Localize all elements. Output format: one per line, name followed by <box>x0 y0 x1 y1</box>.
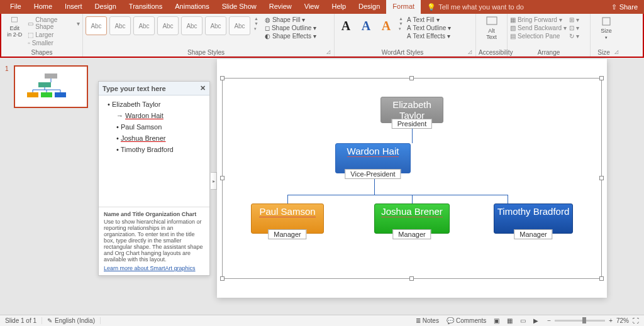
group-button[interactable]: ⊡▾ <box>569 24 579 31</box>
smaller-button[interactable]: ▫Smaller <box>28 40 80 46</box>
share-label: Share <box>619 3 638 11</box>
view-normal-button[interactable]: ▣ <box>490 317 503 324</box>
shape-style-5[interactable]: Abc <box>181 16 203 35</box>
group-label-arrange: Arrange <box>510 49 587 57</box>
chevron-down-icon: ▾ <box>77 20 80 27</box>
learn-more-link[interactable]: Learn more about SmartArt graphics <box>104 265 204 271</box>
slide-canvas[interactable]: Type your text here ✕ Elizabeth TaylorWa… <box>94 59 644 315</box>
gallery-up-icon[interactable]: ▲ <box>399 16 403 21</box>
text-pane-item[interactable]: Wardon Hait <box>116 112 204 119</box>
tab-format[interactable]: Format <box>386 0 421 14</box>
edit-2d-button[interactable]: Edit in 2-D <box>4 16 25 38</box>
align-button[interactable]: ⊞▾ <box>569 16 579 23</box>
size-launcher[interactable]: ◿ <box>614 49 619 57</box>
view-reading-icon: ▭ <box>520 317 526 324</box>
status-slide-count[interactable]: Slide 1 of 1 <box>0 317 42 324</box>
tab-animations[interactable]: Animations <box>169 0 215 14</box>
effects-icon: ◐ <box>265 33 270 40</box>
shape-styles-launcher[interactable]: ◿ <box>326 49 331 57</box>
gallery-up-icon[interactable]: ▲ <box>254 16 258 21</box>
text-pane-list[interactable]: Elizabeth TaylorWardon HaitPaul SamsonJo… <box>99 95 209 207</box>
chevron-down-icon: ▾ <box>447 33 450 40</box>
fill-icon: ◍ <box>265 16 270 23</box>
view-reading-button[interactable]: ▭ <box>516 317 530 324</box>
selection-pane-icon: ▤ <box>510 33 516 40</box>
wordart-style-3[interactable]: A <box>377 16 395 35</box>
tab-view[interactable]: View <box>298 0 326 14</box>
shape-style-7[interactable]: Abc <box>229 16 250 35</box>
org-title-president: President <box>392 119 432 129</box>
shape-style-2[interactable]: Abc <box>109 16 131 35</box>
bring-forward-icon: ▦ <box>510 16 516 23</box>
text-pane-item[interactable]: Timothy Bradford <box>116 146 204 153</box>
gallery-down-icon[interactable]: ▼ <box>254 21 258 26</box>
wordart-launcher[interactable]: ◿ <box>468 49 473 57</box>
gallery-more-icon[interactable]: ▾ <box>399 26 403 31</box>
shape-style-3[interactable]: Abc <box>133 16 155 35</box>
size-button[interactable]: Size ▾ <box>595 16 618 40</box>
gallery-more-icon[interactable]: ▾ <box>254 26 258 31</box>
smartart-text-pane: Type your text here ✕ Elizabeth TaylorWa… <box>98 81 210 276</box>
slide-thumbnail-1[interactable] <box>14 65 88 108</box>
zoom-out-button[interactable]: − <box>547 317 551 324</box>
text-pane-item[interactable]: Joshua Brener <box>116 134 204 142</box>
view-sorter-button[interactable]: ▦ <box>503 317 516 324</box>
shape-style-6[interactable]: Abc <box>205 16 226 35</box>
shape-fill-button[interactable]: ◍Shape Fill ▾ <box>265 16 316 23</box>
wordart-style-1[interactable]: A <box>337 16 355 35</box>
status-language[interactable]: ✎ English (India) <box>42 317 101 324</box>
chevron-down-icon: ▾ <box>313 24 316 31</box>
shape-style-1[interactable]: Abc <box>86 16 107 35</box>
view-slideshow-button[interactable]: ▶ <box>530 317 542 324</box>
tab-design[interactable]: Design <box>89 0 123 14</box>
change-shape-button[interactable]: ▭Change Shape ▾ <box>28 16 80 30</box>
shape-outline-button[interactable]: ◻Shape Outline ▾ <box>265 24 316 31</box>
text-pane-item[interactable]: Paul Samson <box>116 123 204 131</box>
org-node-m3[interactable]: Timothy Bradford Manager <box>494 204 573 234</box>
share-button[interactable]: ⇧ Share <box>605 0 644 14</box>
comments-button[interactable]: 💬Comments <box>443 317 490 324</box>
tab-help[interactable]: Help <box>325 0 352 14</box>
close-icon[interactable]: ✕ <box>200 84 206 92</box>
text-fill-button[interactable]: AText Fill ▾ <box>407 16 451 23</box>
bring-forward-button[interactable]: ▦Bring Forward ▾ <box>510 16 567 23</box>
tab-insert[interactable]: Insert <box>58 0 89 14</box>
text-outline-button[interactable]: AText Outline ▾ <box>407 24 451 31</box>
tell-me-search[interactable]: 💡 Tell me what you want to do <box>421 0 530 14</box>
rotate-button[interactable]: ↻▾ <box>569 33 579 40</box>
text-pane-toggle[interactable]: ▸ <box>211 172 217 190</box>
shape-effects-button[interactable]: ◐Shape Effects ▾ <box>265 33 316 40</box>
notes-button[interactable]: ≣Notes <box>412 317 443 324</box>
group-icon: ⊡ <box>569 24 574 31</box>
zoom-slider[interactable] <box>555 320 605 322</box>
wordart-style-2[interactable]: A <box>357 16 375 35</box>
tab-review[interactable]: Review <box>263 0 298 14</box>
tab-slideshow[interactable]: Slide Show <box>216 0 263 14</box>
chevron-down-icon: ▾ <box>302 16 305 23</box>
org-node-president[interactable]: Elizabeth Taylor President <box>380 97 443 123</box>
tab-smartart-design[interactable]: Design <box>352 0 386 14</box>
tab-transitions[interactable]: Transitions <box>123 0 169 14</box>
text-effects-button[interactable]: AText Effects ▾ <box>407 33 451 40</box>
slide-1[interactable]: Elizabeth Taylor President Wardon Hait V… <box>217 59 607 298</box>
org-node-m2[interactable]: Joshua Brener Manager <box>374 204 450 234</box>
gallery-down-icon[interactable]: ▼ <box>399 21 403 26</box>
shape-style-4[interactable]: Abc <box>157 16 179 35</box>
tab-file[interactable]: File <box>4 0 28 14</box>
text-pane-item[interactable]: Elizabeth Taylor <box>108 101 204 108</box>
text-pane-description: Name and Title Organization Chart Use to… <box>99 207 209 275</box>
send-backward-button[interactable]: ▧Send Backward ▾ <box>510 24 567 31</box>
tab-home[interactable]: Home <box>28 0 58 14</box>
alt-text-button[interactable]: Alt Text <box>480 16 503 40</box>
zoom-level[interactable]: 72% <box>616 317 629 324</box>
org-node-m1[interactable]: Paul Samson Manager <box>251 204 324 234</box>
org-node-vp[interactable]: Wardon Hait Vice-President <box>335 143 411 173</box>
lightbulb-icon: 💡 <box>427 3 436 11</box>
larger-button[interactable]: ⬚Larger <box>28 31 80 38</box>
zoom-in-button[interactable]: + <box>609 317 613 324</box>
svg-rect-2 <box>602 18 610 25</box>
edit-2d-icon <box>11 16 18 24</box>
fit-to-window-button[interactable]: ⛶ <box>633 317 639 324</box>
slide-thumbnail-panel: 1 <box>0 59 94 315</box>
selection-pane-button[interactable]: ▤Selection Pane <box>510 33 567 40</box>
